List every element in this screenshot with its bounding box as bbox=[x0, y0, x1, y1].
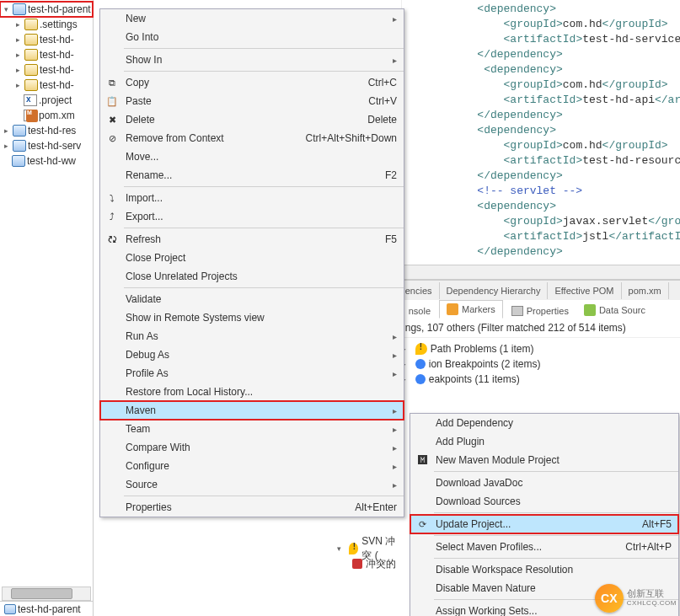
menu-item-show-in-remote-systems-view[interactable]: Show in Remote Systems view bbox=[100, 308, 404, 327]
breadcrumb[interactable]: test-hd-parent bbox=[0, 601, 93, 616]
expand-icon[interactable]: ▾ bbox=[2, 5, 11, 14]
submenu-arrow-icon: ▸ bbox=[393, 406, 397, 415]
menu-item-configure[interactable]: Configure▸ bbox=[100, 457, 404, 475]
folder-icon bbox=[24, 49, 38, 61]
tab-properties[interactable]: Properties bbox=[505, 303, 576, 319]
submenu-item-new-maven-module-project[interactable]: 🅼New Maven Module Project bbox=[410, 451, 678, 469]
submenu-arrow-icon: ▸ bbox=[393, 443, 397, 453]
tree-file-project[interactable]: .project bbox=[0, 93, 93, 108]
warning-icon bbox=[349, 543, 358, 554]
expand-icon[interactable]: ▸ bbox=[2, 142, 11, 151]
tree-item[interactable]: ▸test-hd- bbox=[0, 78, 93, 93]
menu-item-paste[interactable]: 📋PasteCtrl+V bbox=[100, 92, 404, 110]
expand-icon[interactable]: ▸ bbox=[13, 66, 23, 75]
project-item[interactable]: test-hd-ww bbox=[0, 153, 93, 169]
expand-icon[interactable]: ▸ bbox=[2, 126, 11, 136]
menu-item-delete[interactable]: ✖DeleteDelete bbox=[100, 110, 404, 129]
menu-item-run-as[interactable]: Run As▸ bbox=[100, 327, 404, 345]
submenu-arrow-icon: ▸ bbox=[393, 56, 397, 65]
svn-conflict-group[interactable]: ▾SVN 冲突 ( bbox=[334, 541, 410, 556]
menu-item-maven[interactable]: Maven▸ bbox=[100, 401, 404, 420]
project-item[interactable]: ▸test-hd-serv bbox=[0, 138, 93, 153]
horizontal-scrollbar[interactable] bbox=[2, 587, 91, 601]
tab-dependencies[interactable]: encies bbox=[399, 282, 440, 299]
menu-item-properties[interactable]: PropertiesAlt+Enter bbox=[100, 498, 404, 517]
menu-item-go-into[interactable]: Go Into bbox=[100, 28, 404, 46]
menu-item-refresh[interactable]: 🗘RefreshF5 bbox=[100, 230, 404, 249]
marker-group[interactable]: ▸Path Problems (1 item) bbox=[399, 341, 680, 356]
scrollbar-thumb[interactable] bbox=[11, 588, 72, 599]
menu-item-team[interactable]: Team▸ bbox=[100, 420, 404, 438]
paste-icon: 📋 bbox=[105, 94, 119, 108]
menu-item-show-in[interactable]: Show In▸ bbox=[100, 51, 404, 69]
menu-item-validate[interactable]: Validate bbox=[100, 290, 404, 308]
project-item[interactable]: ▸test-hd-res bbox=[0, 123, 93, 138]
menu-item-source[interactable]: Source▸ bbox=[100, 475, 404, 494]
maven-icon: 🅼 bbox=[415, 453, 429, 467]
maven-project-icon bbox=[13, 3, 26, 15]
submenu-item-download-javadoc[interactable]: Download JavaDoc bbox=[410, 474, 678, 492]
menu-item-new[interactable]: New▸ bbox=[100, 9, 404, 28]
maven-project-icon bbox=[13, 140, 26, 152]
submenu-item-disable-workspace-resolution[interactable]: Disable Workspace Resolution bbox=[410, 560, 678, 579]
datasource-icon bbox=[584, 304, 596, 316]
submenu-item-download-sources[interactable]: Download Sources bbox=[410, 492, 678, 511]
maven-project-icon bbox=[4, 604, 16, 614]
expand-icon[interactable]: ▸ bbox=[13, 51, 23, 60]
delete-icon: ✖ bbox=[105, 113, 119, 126]
menu-item-import[interactable]: ⤵Import... bbox=[100, 189, 404, 207]
tree-item[interactable]: ▸.settings bbox=[0, 17, 93, 32]
markers-tree: ▸Path Problems (1 item) ▸ion Breakpoints… bbox=[399, 338, 680, 390]
marker-group[interactable]: ▸eakpoints (11 items) bbox=[399, 372, 680, 387]
remove-icon: ⊘ bbox=[105, 131, 119, 145]
breakpoint-icon bbox=[415, 359, 426, 369]
tree-item[interactable]: ▸test-hd- bbox=[0, 47, 93, 62]
submenu-item-add-plugin[interactable]: Add Plugin bbox=[410, 432, 678, 451]
expand-icon[interactable]: ▸ bbox=[13, 20, 23, 29]
submenu-item-add-dependency[interactable]: Add Dependency bbox=[410, 414, 678, 432]
menu-item-close-project[interactable]: Close Project bbox=[100, 249, 404, 267]
tree-file-pom[interactable]: pom.xm bbox=[0, 108, 93, 123]
expand-icon[interactable]: ▸ bbox=[13, 35, 23, 45]
warning-icon bbox=[415, 343, 427, 355]
tab-pom-xml[interactable]: pom.xm bbox=[622, 282, 669, 299]
watermark-badge-icon: CX bbox=[595, 584, 624, 613]
menu-item-rename[interactable]: Rename...F2 bbox=[100, 166, 404, 185]
tab-dependency-hierarchy[interactable]: Dependency Hierarchy bbox=[440, 282, 549, 299]
markers-filter-summary: ngs, 107 others (Filter matched 212 of 5… bbox=[399, 319, 680, 338]
menu-item-copy[interactable]: ⧉CopyCtrl+C bbox=[100, 73, 404, 92]
xml-file-icon bbox=[24, 94, 37, 106]
tab-effective-pom[interactable]: Effective POM bbox=[548, 282, 621, 299]
menu-item-restore-from-local-history[interactable]: Restore from Local History... bbox=[100, 383, 404, 401]
menu-item-debug-as[interactable]: Debug As▸ bbox=[100, 345, 404, 364]
submenu-arrow-icon: ▸ bbox=[393, 462, 397, 471]
tree-item[interactable]: ▸test-hd- bbox=[0, 32, 93, 47]
tab-data-source[interactable]: Data Sourc bbox=[577, 302, 652, 319]
marker-group[interactable]: ▸ion Breakpoints (2 items) bbox=[399, 356, 680, 372]
menu-item-compare-with[interactable]: Compare With▸ bbox=[100, 438, 404, 457]
markers-icon bbox=[447, 303, 458, 315]
project-root-test-hd-parent[interactable]: ▾ test-hd-parent bbox=[0, 2, 93, 17]
tab-console[interactable]: nsole bbox=[402, 303, 437, 319]
menu-item-close-unrelated-projects[interactable]: Close Unrelated Projects bbox=[100, 267, 404, 286]
menu-item-remove-from-context[interactable]: ⊘Remove from ContextCtrl+Alt+Shift+Down bbox=[100, 129, 404, 147]
pom-editor-tabs: encies Dependency Hierarchy Effective PO… bbox=[399, 280, 680, 300]
expand-icon[interactable]: ▸ bbox=[13, 81, 23, 90]
source-code[interactable]: <dependency> <groupId>com.hd</groupId> <… bbox=[399, 0, 680, 260]
tab-markers[interactable]: Markers bbox=[439, 300, 503, 319]
editor-h-scrollbar[interactable] bbox=[399, 265, 680, 279]
maven-project-icon bbox=[12, 155, 25, 167]
submenu-item-select-maven-profiles[interactable]: Select Maven Profiles...Ctrl+Alt+P bbox=[410, 538, 678, 556]
collapse-icon[interactable]: ▾ bbox=[337, 544, 345, 553]
submenu-arrow-icon: ▸ bbox=[393, 14, 397, 24]
properties-icon bbox=[511, 306, 523, 316]
project-context-menu: New▸Go IntoShow In▸⧉CopyCtrl+C📋PasteCtrl… bbox=[99, 8, 404, 517]
submenu-item-update-project[interactable]: ⟳Update Project...Alt+F5 bbox=[410, 515, 678, 533]
project-explorer-pane: ▾ test-hd-parent ▸.settings ▸test-hd- ▸t… bbox=[0, 0, 94, 616]
pom-editor[interactable]: 24 <dependency> <groupId>com.hd</groupId… bbox=[399, 0, 680, 280]
menu-item-export[interactable]: ⤴Export... bbox=[100, 207, 404, 226]
menu-item-move[interactable]: Move... bbox=[100, 147, 404, 166]
menu-item-profile-as[interactable]: Profile As▸ bbox=[100, 364, 404, 383]
tree-item[interactable]: ▸test-hd- bbox=[0, 62, 93, 78]
project-label: test-hd-parent bbox=[28, 3, 91, 15]
